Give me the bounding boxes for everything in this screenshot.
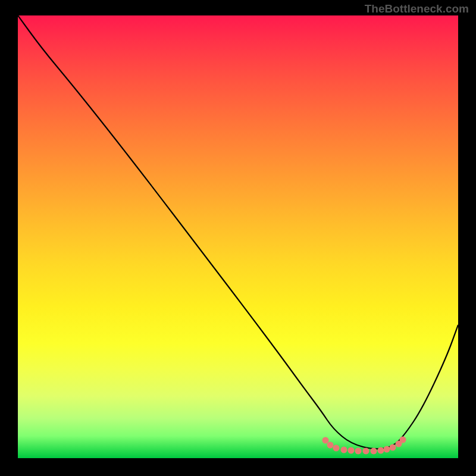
flat-region-dot [400,437,406,443]
flat-region-marker-group [322,437,406,455]
attribution-text: TheBottleneck.com [365,2,469,15]
flat-region-dot [333,445,340,452]
flat-region-dot [341,447,347,453]
curve-overlay [18,15,458,458]
flat-region-dot [322,437,329,444]
flat-region-dot [363,448,369,455]
flat-region-dot [390,444,396,451]
flat-region-dot [384,446,390,453]
flat-region-dot [355,448,362,455]
flat-region-dot [327,442,334,449]
bottleneck-curve-line [18,15,458,449]
flat-region-dot [348,447,355,454]
flat-region-dot [371,448,377,455]
chart-plot-area [18,15,458,458]
flat-region-dot [378,447,384,454]
